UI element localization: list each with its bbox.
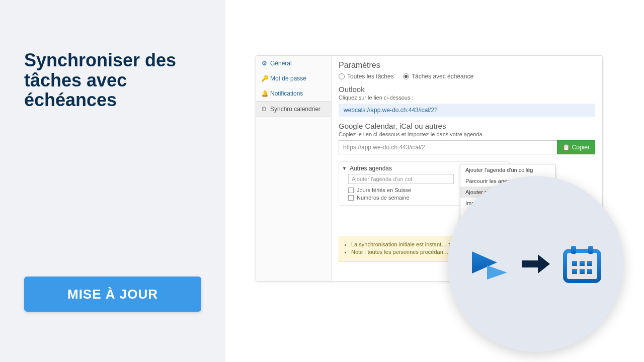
agenda-line-label: Numéros de semaine (357, 195, 410, 201)
google-heading: Google Calendar, iCal ou autres (339, 122, 595, 130)
svg-rect-3 (572, 261, 577, 266)
sidebar-item-general[interactable]: ⚙ Général (256, 56, 331, 71)
radio-all-tasks[interactable]: Toutes les tâches (339, 73, 394, 80)
dropdown-item-add-colleague[interactable]: Ajouter l'agenda d'un collèg (460, 164, 555, 175)
wedo-logo-icon (469, 246, 510, 282)
task-filter-radios: Toutes les tâches Tâches avec échéance (339, 73, 595, 80)
svg-rect-6 (572, 269, 577, 274)
svg-rect-2 (588, 246, 593, 254)
svg-rect-8 (587, 269, 592, 274)
calendar-url-input[interactable] (339, 140, 557, 154)
radio-label: Tâches avec échéance (412, 73, 473, 80)
other-agendas-label: Autres agendas (350, 165, 392, 172)
outlook-link[interactable]: webcals://app.we-do.ch:443/ical/2? (339, 104, 595, 117)
bell-icon: 🔔 (261, 90, 267, 97)
google-hint: Copiez le lien ci-dessous et importez-le… (339, 131, 595, 137)
arrow-right-icon (521, 251, 551, 277)
calendar-icon: 🗓 (261, 106, 267, 113)
sidebar-item-notifications[interactable]: 🔔 Notifications (256, 86, 331, 101)
sidebar-item-label: Général (270, 60, 292, 67)
radio-tasks-with-due[interactable]: Tâches avec échéance (403, 73, 473, 80)
svg-rect-4 (580, 261, 585, 266)
settings-sidebar: ⚙ Général 🔑 Mot de passe 🔔 Notifications… (256, 56, 332, 281)
sidebar-item-label: Synchro calendrier (270, 106, 320, 113)
copy-icon: 📋 (562, 144, 570, 151)
sidebar-item-calendar-sync[interactable]: 🗓 Synchro calendrier (256, 101, 331, 117)
copy-button[interactable]: 📋 Copier (557, 140, 595, 154)
copy-row: 📋 Copier (339, 140, 595, 154)
gear-icon: ⚙ (261, 60, 267, 67)
sidebar-item-label: Mot de passe (270, 75, 306, 82)
key-icon: 🔑 (261, 75, 267, 82)
right-panel: ⚙ Général 🔑 Mot de passe 🔔 Notifications… (225, 0, 644, 362)
chevron-down-icon: ▼ (342, 166, 347, 171)
checkbox-icon (348, 188, 354, 193)
agenda-line-label: Jours fériés en Suisse (357, 187, 411, 193)
svg-rect-1 (571, 246, 576, 254)
illustration-circle (448, 176, 624, 352)
svg-rect-7 (580, 269, 585, 274)
update-button[interactable]: MISE À JOUR (24, 277, 201, 312)
copy-label: Copier (572, 144, 590, 151)
sidebar-item-label: Notifications (270, 90, 303, 97)
outlook-hint: Cliquez sur le lien ci-dessous : (339, 95, 595, 101)
outlook-heading: Outlook (339, 85, 595, 94)
left-panel: Synchroniser des tâches avec échéances M… (0, 0, 225, 362)
parameters-heading: Paramètres (339, 61, 595, 70)
page-title: Synchroniser des tâches avec échéances (24, 50, 201, 110)
radio-icon (403, 73, 409, 79)
radio-icon (339, 73, 345, 79)
radio-label: Toutes les tâches (347, 73, 394, 80)
add-agenda-input[interactable] (348, 174, 454, 184)
sidebar-item-password[interactable]: 🔑 Mot de passe (256, 71, 331, 86)
calendar-grid-icon (562, 244, 602, 284)
svg-rect-5 (587, 261, 592, 266)
checkbox-icon (348, 195, 354, 201)
